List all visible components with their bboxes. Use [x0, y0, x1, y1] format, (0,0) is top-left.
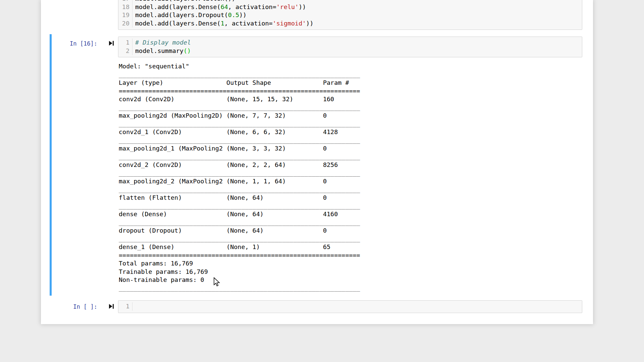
line-number: 20	[118, 19, 132, 28]
code-text: model.add(layers.Flatten())	[132, 0, 235, 3]
page-background: 17model.add(layers.Flatten())18model.add…	[0, 0, 644, 362]
code-line: 1	[118, 302, 582, 311]
code-text: # Display model	[132, 39, 191, 47]
input-prompt-16: In [16]:	[41, 40, 97, 48]
input-prompt-empty: In [ ]:	[41, 303, 97, 311]
step-forward-icon	[108, 303, 114, 309]
line-number: 1	[118, 302, 132, 311]
code-editor-previous-cell[interactable]: 17model.add(layers.Flatten())18model.add…	[118, 0, 582, 30]
selected-cell-indicator	[50, 34, 52, 296]
code-text: model.add(layers.Dense(1, activation='si…	[132, 19, 314, 28]
code-text: model.add(layers.Dropout(0.5))	[132, 11, 247, 19]
line-number: 1	[118, 39, 132, 47]
run-cell-icon[interactable]	[108, 303, 114, 309]
notebook-container: 17model.add(layers.Flatten())18model.add…	[41, 0, 593, 324]
code-line: 19model.add(layers.Dropout(0.5))	[118, 11, 582, 19]
step-forward-icon	[108, 40, 114, 46]
code-line: 17model.add(layers.Flatten())	[118, 0, 582, 3]
cell-output: Model: "sequential" ____________________…	[119, 62, 360, 292]
code-text: model.summary()	[132, 47, 191, 55]
mouse-cursor	[213, 277, 220, 288]
code-line: 2model.summary()	[118, 47, 582, 55]
line-number: 17	[118, 0, 132, 3]
line-number: 2	[118, 47, 132, 55]
code-line: 20model.add(layers.Dense(1, activation='…	[118, 19, 582, 28]
code-text: model.add(layers.Dense(64, activation='r…	[132, 3, 306, 11]
code-line: 18model.add(layers.Dense(64, activation=…	[118, 3, 582, 11]
code-line: 1# Display model	[118, 39, 582, 47]
code-text	[132, 302, 135, 311]
run-cell-icon[interactable]	[108, 40, 114, 46]
line-number: 18	[118, 3, 132, 11]
line-number: 19	[118, 11, 132, 19]
code-editor-empty-cell[interactable]: 1	[118, 300, 582, 313]
code-editor-cell-16[interactable]: 1# Display model2model.summary()	[118, 37, 582, 57]
